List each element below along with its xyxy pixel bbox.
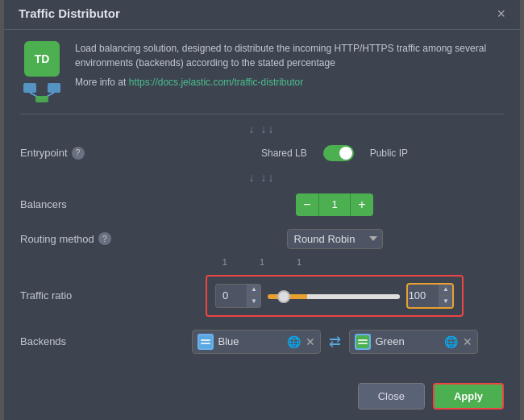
backend-green-icon: [355, 334, 371, 350]
apply-button[interactable]: Apply: [433, 383, 504, 410]
modal-title: Traffic Distributor: [19, 6, 120, 20]
modal-body: TD Load balancing solution, designed to …: [4, 30, 520, 372]
backend-blue-icon: [198, 334, 214, 350]
public-ip-label: Public IP: [370, 148, 408, 159]
right-spin-down[interactable]: ▼: [439, 296, 452, 307]
balancers-increment-button[interactable]: +: [351, 193, 373, 216]
backend-blue-name: Blue: [218, 335, 282, 347]
entrypoint-label: Entrypoint ?: [20, 147, 165, 160]
routing-label: Routing method ?: [20, 232, 165, 245]
left-spin-down[interactable]: ▼: [247, 296, 260, 307]
swap-backends-icon[interactable]: ⇄: [329, 333, 341, 351]
routing-help-icon[interactable]: ?: [98, 232, 111, 245]
svg-rect-10: [358, 343, 368, 344]
right-spin-up[interactable]: ▲: [439, 285, 452, 296]
backend-green-close-icon[interactable]: ✕: [463, 336, 472, 347]
separator-1: [20, 114, 504, 114]
number-control: − 1 +: [296, 193, 373, 216]
routing-row: Routing method ? Round Robin Sticky Sess…: [20, 222, 504, 256]
modal-footer: Close Apply: [4, 372, 520, 410]
balancers-decrement-button[interactable]: −: [296, 193, 318, 216]
balancers-control: − 1 +: [165, 193, 504, 216]
backends-control: Blue 🌐 ✕ ⇄: [165, 330, 504, 354]
backends-row: Backends Blue 🌐 ✕: [20, 323, 504, 360]
backend-green-globe-icon[interactable]: 🌐: [444, 335, 458, 348]
right-spin-arrows: ▲ ▼: [439, 285, 452, 307]
svg-rect-6: [201, 339, 210, 341]
svg-rect-0: [23, 83, 36, 93]
left-traffic-input[interactable]: [216, 285, 247, 307]
left-spin-control: ▲ ▼: [215, 284, 261, 308]
svg-rect-9: [358, 339, 368, 341]
left-spin-up[interactable]: ▲: [247, 285, 260, 296]
td-logo-wrapper: TD: [20, 41, 64, 102]
traffic-ratio-label: Traffic ratio: [20, 289, 165, 301]
backend-green-name: Green: [376, 335, 439, 347]
shared-lb-toggle[interactable]: [323, 145, 354, 161]
toggle-knob: [339, 147, 352, 160]
slider-wrapper: [268, 289, 400, 301]
entrypoint-control: Shared LB Public IP: [165, 145, 504, 161]
left-spin-arrows: ▲ ▼: [247, 285, 260, 307]
backend-blue-close-icon[interactable]: ✕: [306, 336, 315, 347]
balancers-value: 1: [318, 193, 351, 216]
traffic-distributor-modal: Traffic Distributor × TD Lo: [4, 0, 520, 420]
svg-rect-7: [201, 343, 210, 344]
shared-lb-label: Shared LB: [261, 148, 307, 159]
routing-control: Round Robin Sticky Session Failover: [165, 229, 504, 249]
close-icon[interactable]: ×: [497, 6, 505, 21]
traffic-ratio-box: ▲ ▼ ▲ ▼: [206, 275, 464, 317]
info-text-block: Load balancing solution, designed to dis…: [75, 41, 504, 89]
balancers-row: Balancers − 1 +: [20, 187, 504, 222]
modal-header: Traffic Distributor ×: [4, 0, 520, 30]
description-text: Load balancing solution, designed to dis…: [75, 41, 504, 70]
close-button[interactable]: Close: [358, 383, 425, 410]
traffic-ratio-control: ▲ ▼ ▲ ▼: [165, 275, 504, 317]
svg-rect-4: [35, 96, 48, 102]
td-icon: TD: [24, 41, 60, 77]
traffic-slider[interactable]: [268, 294, 400, 299]
traffic-ratio-row: Traffic ratio ▲ ▼: [20, 268, 504, 323]
balancers-label: Balancers: [20, 198, 165, 210]
right-spin-control: ▲ ▼: [406, 283, 454, 309]
entrypoint-row: Entrypoint ? Shared LB Public IP: [20, 139, 504, 168]
backend-blue: Blue 🌐 ✕: [192, 330, 321, 354]
more-info-text: More info at https://docs.jelastic.com/t…: [75, 75, 504, 89]
arrows-down-1: ↓ ↓↓: [20, 123, 504, 135]
svg-rect-2: [48, 83, 60, 93]
backend-blue-globe-icon[interactable]: 🌐: [287, 335, 301, 348]
svg-rect-8: [356, 335, 369, 348]
entrypoint-help-icon[interactable]: ?: [72, 147, 85, 160]
td-nodes-diagram: [20, 80, 64, 102]
routing-method-select[interactable]: Round Robin Sticky Session Failover: [287, 229, 383, 249]
arrows-down-2: ↓ ↓↓: [20, 171, 504, 184]
info-link[interactable]: https://docs.jelastic.com/traffic-distri…: [129, 77, 304, 88]
backends-container: Blue 🌐 ✕ ⇄: [165, 330, 504, 354]
right-traffic-input[interactable]: [408, 285, 439, 307]
info-section: TD Load balancing solution, designed to …: [20, 41, 504, 102]
backends-label: Backends: [20, 335, 165, 347]
tick-row: 1 1 1: [20, 257, 504, 267]
backend-green: Green 🌐 ✕: [349, 330, 478, 354]
svg-rect-5: [199, 335, 212, 348]
